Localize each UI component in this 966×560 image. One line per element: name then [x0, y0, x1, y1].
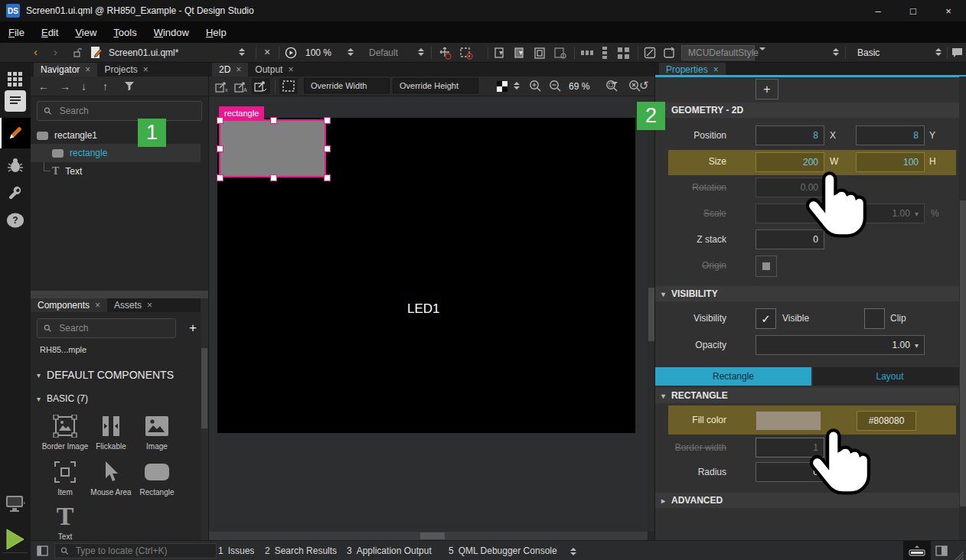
sidebar-toggle-icon[interactable]	[37, 545, 48, 556]
nav-move-up-button[interactable]: ↑	[103, 80, 108, 93]
panel-splitter[interactable]	[31, 291, 208, 298]
menu-item-file[interactable]: File	[0, 23, 33, 42]
caret-down-icon[interactable]: ▾	[915, 210, 919, 218]
paste-format-icon[interactable]	[514, 47, 527, 60]
tab-assets[interactable]: Assets ×	[107, 298, 159, 312]
canvas-zoom-level[interactable]: 69 %	[569, 81, 589, 92]
maximize-button[interactable]: □	[896, 0, 931, 21]
tab-close-icon[interactable]: ×	[143, 64, 148, 75]
search-results-pane-button[interactable]: 2 Search Results	[265, 541, 337, 560]
components-scrollbar[interactable]	[201, 298, 208, 540]
tree-item-rectangle1[interactable]: rectangle1	[31, 126, 201, 145]
selection-handle-e[interactable]	[324, 145, 331, 152]
tab-close-icon[interactable]: ×	[95, 300, 100, 311]
selection-handle-ne[interactable]	[324, 117, 331, 124]
selection-handle-n[interactable]	[270, 117, 277, 124]
timeline-state-icon[interactable]	[553, 47, 567, 60]
component-border-image[interactable]: Border Image	[41, 413, 90, 451]
scrollbar-thumb[interactable]	[648, 288, 654, 341]
menu-item-help[interactable]: Help	[197, 23, 235, 42]
nav-move-down-button[interactable]: ↓	[81, 80, 86, 93]
close-document-button[interactable]: ×	[264, 46, 270, 58]
component-rectangle[interactable]: Rectangle	[132, 459, 181, 497]
tab-output[interactable]: Output ×	[248, 63, 300, 77]
override-height-field[interactable]: Override Height	[393, 78, 478, 93]
build-progress-icon[interactable]	[903, 541, 931, 560]
tab-rectangle-properties[interactable]: Rectangle	[655, 367, 811, 386]
selection-handle-se[interactable]	[324, 174, 331, 181]
selected-rectangle[interactable]	[219, 119, 326, 177]
document-spinner[interactable]	[239, 48, 245, 56]
close-button[interactable]: ×	[931, 0, 966, 21]
resize-grip[interactable]	[951, 547, 964, 560]
navigator-search[interactable]	[37, 101, 202, 121]
tab-layout-properties[interactable]: Layout	[813, 367, 966, 386]
copy-format-icon[interactable]	[494, 47, 507, 60]
kit-selector-icon[interactable]	[5, 493, 26, 515]
selection-frame-icon[interactable]	[459, 47, 473, 60]
clip-checkbox[interactable]	[864, 308, 885, 329]
component-mouse-area[interactable]: Mouse Area	[86, 459, 135, 497]
projects-mode-icon[interactable]	[5, 182, 26, 203]
target-spinner[interactable]	[418, 48, 424, 56]
minimize-button[interactable]: –	[860, 0, 896, 21]
kit-spinner[interactable]	[935, 48, 942, 56]
position-y-field[interactable]: 8	[856, 125, 925, 145]
caret-down-icon[interactable]: ▾	[915, 341, 919, 350]
opacity-field[interactable]: 1.00 ▾	[756, 335, 925, 355]
application-output-pane-button[interactable]: 3 Application Output	[347, 541, 432, 560]
forward-button[interactable]: ›	[54, 45, 57, 58]
right-panel-toggle-icon[interactable]	[935, 545, 948, 556]
help-icon[interactable]: ?	[5, 210, 26, 231]
tree-item-text[interactable]: T Text	[31, 162, 201, 181]
style-selector-caret[interactable]	[759, 50, 765, 61]
navigator-search-input[interactable]	[58, 105, 195, 117]
components-search-input[interactable]	[57, 322, 169, 334]
background-spinner[interactable]	[514, 82, 520, 90]
welcome-mode-icon[interactable]	[5, 69, 26, 90]
zoom-in-icon[interactable]	[529, 80, 542, 93]
zoom-level[interactable]: 100 %	[305, 47, 331, 58]
selection-handle-sw[interactable]	[217, 174, 224, 181]
tab-close-icon[interactable]: ×	[713, 64, 719, 75]
back-button[interactable]: ‹	[34, 45, 38, 58]
selection-handle-s[interactable]	[270, 174, 277, 181]
edit-annotations-icon[interactable]	[438, 47, 452, 60]
tab-navigator[interactable]: Navigator ×	[34, 63, 97, 77]
add-property-button[interactable]: +	[756, 79, 778, 99]
selection-handle-nw[interactable]	[217, 117, 224, 124]
add-module-button[interactable]: +	[184, 318, 202, 338]
override-width-field[interactable]: Override Width	[304, 78, 390, 93]
menu-item-view[interactable]: View	[67, 23, 105, 42]
qml-debugger-console-pane-button[interactable]: 5 QML Debugger Console	[449, 541, 557, 560]
document-name[interactable]: Screen01.ui.qml*	[109, 47, 178, 58]
locator-field[interactable]	[54, 543, 217, 558]
debug-mode-icon[interactable]	[5, 155, 26, 176]
filter-icon[interactable]	[124, 81, 135, 91]
issues-pane-button[interactable]: 1 Issues	[218, 541, 254, 560]
scrollbar-thumb[interactable]	[201, 348, 207, 428]
text-item-led1[interactable]: LED1	[407, 301, 440, 317]
section-default-components[interactable]: ▾ DEFAULT COMPONENTS	[37, 369, 174, 381]
edit-mode-icon[interactable]	[5, 90, 26, 112]
position-x-field[interactable]: 8	[756, 125, 824, 145]
nav-move-right-button[interactable]: →	[60, 80, 70, 93]
snap-anchors-icon[interactable]: A	[234, 80, 247, 93]
locator-input[interactable]	[74, 545, 210, 557]
output-pane-spinner[interactable]	[570, 548, 576, 555]
edit-style-icon[interactable]	[644, 47, 657, 60]
reload-style-icon[interactable]	[663, 47, 676, 60]
show-bounds-toggle[interactable]	[279, 78, 298, 94]
tab-close-icon[interactable]: ×	[85, 64, 90, 75]
component-image[interactable]: Image	[132, 413, 181, 451]
module-chip[interactable]: RH85...mple	[40, 345, 86, 354]
edit-document-icon[interactable]	[90, 46, 103, 59]
distribute-horizontal-icon[interactable]	[580, 47, 594, 58]
design-mode-active-tile[interactable]	[0, 118, 31, 148]
section-basic[interactable]: ▾ BASIC (7)	[37, 393, 88, 404]
scrollbar-thumb[interactable]	[960, 200, 966, 506]
tree-item-rectangle[interactable]: rectangle	[31, 144, 201, 162]
section-visibility-header[interactable]: ▾ VISIBILITY	[655, 286, 966, 301]
style-selector[interactable]: MCUDefaultStyle	[681, 45, 755, 60]
scrollbar-thumb[interactable]	[420, 532, 445, 539]
